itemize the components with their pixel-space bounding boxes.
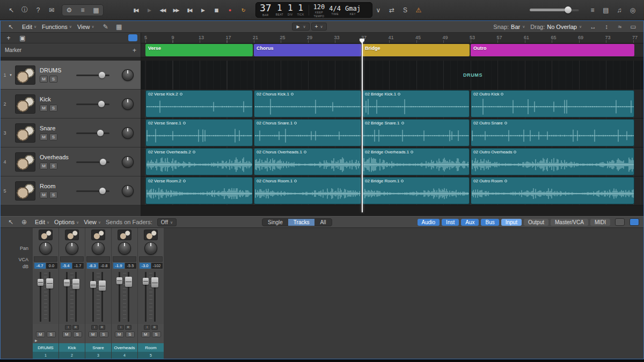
solo-button[interactable]: S — [49, 162, 57, 169]
stop-button[interactable]: ▮◀ — [183, 4, 195, 16]
menu-edit[interactable]: Edit ∨ — [22, 24, 36, 30]
pointer-icon[interactable]: ↖ — [5, 217, 17, 227]
left-click-tool-select[interactable]: ►∨ — [292, 23, 310, 31]
pan-knob[interactable] — [144, 242, 157, 255]
duplicate-track-button[interactable]: ▣ — [18, 34, 27, 42]
stack-disclosure-icon[interactable]: ▶ — [33, 338, 58, 343]
record-enable-button[interactable]: R — [125, 325, 131, 330]
audio-region[interactable]: 02 Bridge Overheads.1 — [362, 148, 470, 175]
solo-button[interactable]: S — [73, 331, 82, 337]
track-pan-knob[interactable] — [122, 98, 134, 110]
pause-button[interactable]: ▮▮ — [210, 4, 222, 16]
mixer-icon[interactable]: ≡ — [77, 5, 89, 16]
record-enable-button[interactable]: R — [151, 325, 158, 330]
filter-input[interactable]: Input — [501, 219, 522, 226]
audio-region[interactable]: 02 Bridge Room.1 — [362, 177, 470, 204]
volume-slider-thumb[interactable] — [99, 188, 106, 194]
filter-aux[interactable]: Aux — [461, 219, 479, 226]
pan-knob[interactable] — [118, 242, 131, 255]
add-track-button[interactable]: + — [4, 34, 13, 42]
mute-button[interactable]: M — [40, 134, 48, 141]
list-editors-icon[interactable]: ≡ — [587, 5, 598, 16]
mute-button[interactable]: M — [40, 76, 48, 83]
mute-button[interactable]: M — [40, 105, 48, 112]
go-to-beginning-button[interactable]: ▮◀ — [129, 4, 142, 16]
track-volume-slider[interactable] — [76, 75, 109, 76]
volume-fader-cap[interactable] — [72, 279, 79, 289]
input-monitor-button[interactable]: I — [91, 325, 98, 330]
lcd-time-signature[interactable]: 4/4 TIME — [329, 4, 341, 16]
alert-icon[interactable]: ⚠ — [413, 5, 425, 16]
play-button[interactable]: ▶ — [196, 4, 209, 16]
record-enable-button[interactable]: R — [72, 325, 79, 330]
mute-button[interactable]: M — [40, 162, 48, 169]
mixer-strip-drums[interactable]: -4.70.0MS▶DRUMS1 — [33, 228, 58, 359]
audio-region[interactable]: 02 Chorus Snare.1 — [254, 119, 361, 146]
arrangement-section-verse[interactable]: Verse — [145, 44, 253, 56]
audio-region[interactable]: 02 Outro Snare — [471, 119, 634, 146]
track-pan-knob[interactable] — [122, 127, 134, 139]
audio-region[interactable]: 02 Bridge Snare.1 — [362, 119, 470, 146]
audio-region[interactable]: 02 Verse Kick.2 — [145, 90, 253, 117]
arrangement-section-outro[interactable]: Outro — [471, 44, 634, 56]
bar-ruler[interactable]: 591317212529333741454953576165697377 — [141, 33, 643, 43]
automation-icon[interactable]: ✎ — [100, 21, 112, 32]
volume-slider-thumb[interactable] — [100, 159, 106, 165]
input-monitor-button[interactable]: I — [65, 325, 71, 330]
track-volume-slider[interactable] — [76, 132, 109, 134]
disclosure-triangle-icon[interactable]: ▼ — [9, 73, 15, 77]
panel-toggle-button[interactable] — [128, 34, 137, 41]
filter-mastervca[interactable]: Master/VCA — [551, 219, 588, 226]
audio-region[interactable]: 02 Verse Overheads.2 — [145, 148, 253, 175]
mixer-menu-view[interactable]: View ∨ — [84, 219, 101, 225]
mixer-strip-overheads[interactable]: -1.9-5.5IRMSOverheads4 — [112, 228, 137, 359]
solo-mode-icon[interactable]: S — [399, 5, 411, 16]
quick-help-icon[interactable]: ? — [32, 5, 44, 16]
track-header-kick[interactable]: 2KickMS — [1, 90, 141, 119]
apple-loops-icon[interactable]: ♫ — [613, 5, 625, 16]
zoom-horizontal-icon[interactable]: ↔ — [587, 21, 599, 32]
track-header-overheads[interactable]: 4OverheadsMS — [1, 147, 141, 176]
menu-view[interactable]: View ∨ — [77, 24, 94, 30]
cycle-button[interactable]: ↻ — [237, 4, 249, 16]
audio-region[interactable]: 02 Bridge Kick.1 — [362, 90, 470, 117]
track-volume-slider[interactable] — [76, 161, 109, 163]
volume-fader-cap[interactable] — [125, 277, 132, 287]
collapse-tracks-icon[interactable]: ▭ — [627, 21, 639, 32]
audio-region[interactable]: 02 Outro Kick — [471, 90, 634, 117]
track-header-drums[interactable]: 1▼DRUMSMS — [1, 61, 141, 90]
playhead[interactable] — [362, 39, 363, 212]
audio-region[interactable]: 02 Verse Snare.1 — [145, 119, 253, 146]
segment-single[interactable]: Single — [262, 219, 288, 226]
volume-thumb[interactable] — [565, 6, 572, 13]
arrangement-section-chorus[interactable]: Chorus — [254, 44, 361, 56]
mixer-strip-room[interactable]: -3.0-102IRMSRoom5 — [138, 228, 164, 359]
global-marker-track[interactable]: Marker + — [1, 43, 141, 57]
editors-icon[interactable]: ▦ — [90, 5, 102, 16]
pane-icon[interactable]: ↖ — [5, 21, 17, 32]
forward-button[interactable]: ▶▶ — [170, 4, 182, 16]
lcd-chevron-icon[interactable]: ∨ — [372, 5, 384, 16]
media-browser-icon[interactable]: ✉ — [46, 5, 57, 16]
segment-tracks[interactable]: Tracks — [288, 219, 315, 226]
track-header-room[interactable]: 5RoomMS — [1, 176, 141, 205]
track-header-snare[interactable]: 3SnareMS — [1, 119, 141, 147]
vca-fader-cap[interactable] — [143, 278, 149, 285]
mute-button[interactable]: M — [36, 331, 45, 337]
mute-button[interactable]: M — [40, 191, 48, 198]
filter-inst[interactable]: Inst — [442, 219, 459, 226]
smart-controls-icon[interactable]: ⚙ — [63, 5, 75, 16]
audio-region[interactable]: 02 Chorus Kick.1 — [254, 90, 361, 117]
solo-button[interactable]: S — [152, 331, 161, 337]
menu-functions[interactable]: Functions ∨ — [42, 24, 72, 30]
track-pan-knob[interactable] — [122, 185, 134, 197]
mute-button[interactable]: M — [62, 331, 71, 337]
track-volume-slider[interactable] — [76, 190, 109, 192]
record-enable-button[interactable]: R — [99, 325, 105, 330]
mute-button[interactable]: M — [115, 331, 124, 337]
drag-select[interactable]: Drag: No Overlap ∨ — [530, 24, 582, 30]
waveform-zoom-icon[interactable]: ≈ — [614, 21, 626, 32]
filter-output[interactable]: Output — [524, 219, 548, 226]
track-pan-knob[interactable] — [122, 69, 134, 81]
audio-region[interactable]: 02 Chorus Room.1 — [254, 177, 361, 204]
